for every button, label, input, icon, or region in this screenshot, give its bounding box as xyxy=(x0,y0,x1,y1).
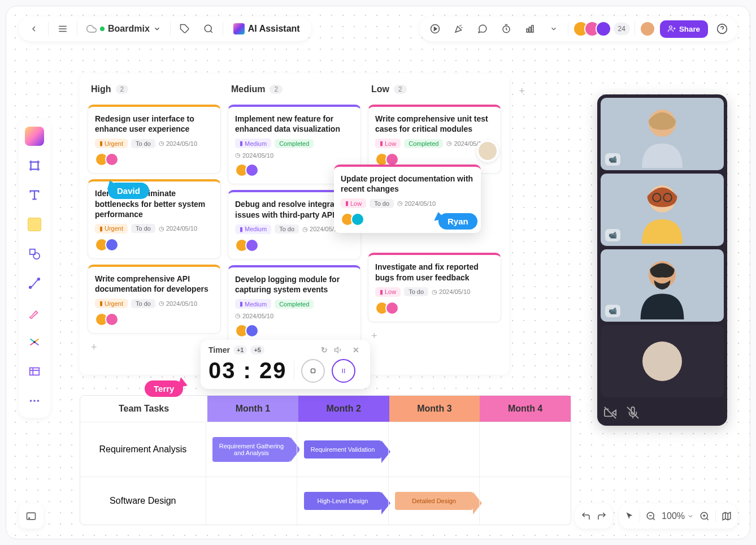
ai-logo-icon xyxy=(233,23,245,34)
mic-toggle[interactable] xyxy=(627,406,639,419)
collaborator-avatar xyxy=(476,140,499,162)
column-header[interactable]: High2 xyxy=(88,82,221,99)
gantt-bar[interactable]: High-Level Design xyxy=(304,492,381,510)
gantt-header-month: Month 4 xyxy=(480,396,571,422)
board-title-dropdown[interactable]: Boardmix xyxy=(82,24,166,34)
connector-tool[interactable] xyxy=(23,272,46,295)
svg-rect-44 xyxy=(27,513,36,520)
status-pill: To do xyxy=(131,139,155,148)
timer-sound-button[interactable] xyxy=(334,345,346,354)
board-title: Boardmix xyxy=(108,24,150,34)
more-tools-button[interactable] xyxy=(544,19,563,38)
camera-badge: 📹 xyxy=(605,153,620,166)
svg-point-21 xyxy=(33,253,40,259)
avatar xyxy=(596,21,611,37)
sync-status-dot xyxy=(100,27,105,31)
table-tool[interactable] xyxy=(23,360,46,383)
help-button[interactable] xyxy=(712,19,732,38)
video-tile[interactable]: 📹 xyxy=(601,98,724,170)
menu-button[interactable] xyxy=(53,19,72,38)
minimap-button[interactable] xyxy=(19,504,44,529)
more-tools[interactable] xyxy=(23,390,46,412)
present-button[interactable] xyxy=(425,19,445,38)
priority-pill: ▮ Urgent xyxy=(95,139,128,148)
svg-point-34 xyxy=(37,400,40,402)
task-card[interactable]: Write comprehensive unit test cases for … xyxy=(368,105,501,174)
cursor-david: David xyxy=(108,183,149,199)
task-card[interactable]: Investigate and fix reported bugs from u… xyxy=(368,253,501,322)
svg-point-33 xyxy=(33,400,36,402)
timer-plus1[interactable]: +1 xyxy=(233,345,247,354)
zoom-in-button[interactable] xyxy=(699,511,710,521)
avatar-circle xyxy=(642,341,682,381)
gantt-chart[interactable]: Team Tasks Month 1 Month 2 Month 3 Month… xyxy=(80,395,571,525)
gantt-bar[interactable]: Requirement Gathering and Analysis xyxy=(212,437,290,462)
svg-rect-29 xyxy=(30,368,40,375)
back-button[interactable] xyxy=(24,19,44,38)
pen-tool[interactable] xyxy=(23,301,46,324)
chevron-down-icon xyxy=(153,25,161,33)
svg-point-23 xyxy=(38,278,40,280)
topbar-right: 24 Share xyxy=(420,16,737,41)
mindmap-tool[interactable] xyxy=(23,331,46,353)
task-card[interactable]: Redesign user interface to enhance user … xyxy=(88,105,221,174)
timer-label: Timer xyxy=(208,345,230,354)
svg-marker-7 xyxy=(434,27,437,31)
task-card[interactable]: Develop logging module for capturing sys… xyxy=(228,265,361,345)
gantt-row[interactable]: Requirement Analysis Requirement Gatheri… xyxy=(80,422,571,477)
timer-close-button[interactable]: ✕ xyxy=(350,345,362,354)
logo-tool[interactable] xyxy=(23,125,46,148)
user-avatar[interactable] xyxy=(640,21,655,37)
redo-button[interactable] xyxy=(597,511,607,521)
gantt-row[interactable]: Software Design High-Level Design Detail… xyxy=(80,477,571,525)
comment-button[interactable] xyxy=(473,19,492,38)
cursor-mode[interactable] xyxy=(625,512,634,521)
svg-rect-9 xyxy=(527,29,528,32)
ai-assistant-button[interactable]: AI Assistant xyxy=(228,23,306,34)
topbar-left: Boardmix AI Assistant xyxy=(19,16,311,41)
map-view-button[interactable] xyxy=(722,511,732,521)
timer-button[interactable] xyxy=(497,19,516,38)
frame-tool[interactable] xyxy=(23,154,46,177)
share-button[interactable]: Share xyxy=(660,20,708,38)
camera-toggle[interactable] xyxy=(604,406,616,419)
tool-sidebar xyxy=(19,119,50,418)
celebrate-button[interactable] xyxy=(449,19,468,38)
svg-point-22 xyxy=(29,287,32,289)
gantt-header-tasks: Team Tasks xyxy=(80,396,207,422)
cursor-ryan: Ryan xyxy=(438,213,477,230)
gantt-bar[interactable]: Requirement Validation xyxy=(304,440,381,459)
sticky-icon xyxy=(28,218,41,231)
text-tool[interactable] xyxy=(23,184,46,206)
vote-button[interactable] xyxy=(520,19,540,38)
column-high[interactable]: High2 Redesign user interface to enhance… xyxy=(88,82,221,367)
shape-tool[interactable] xyxy=(23,243,46,265)
sticky-note-tool[interactable] xyxy=(23,213,46,236)
timer-pause-button[interactable] xyxy=(332,359,355,383)
share-icon xyxy=(668,25,676,33)
undo-button[interactable] xyxy=(581,511,591,521)
zoom-out-button[interactable] xyxy=(646,511,656,521)
timer-display: 03 : 29 xyxy=(208,358,287,383)
video-tile-off[interactable] xyxy=(601,325,724,397)
svg-line-52 xyxy=(706,518,708,520)
add-column-button[interactable]: + xyxy=(519,85,525,97)
participants[interactable]: 24 xyxy=(573,21,630,37)
video-tile[interactable]: 📹 xyxy=(601,249,724,322)
add-card-button[interactable]: + xyxy=(368,328,501,344)
person-icon xyxy=(628,100,696,168)
svg-line-5 xyxy=(210,31,212,32)
tag-button[interactable] xyxy=(175,19,194,38)
timer-plus5[interactable]: +5 xyxy=(250,345,264,354)
timer-stop-button[interactable] xyxy=(301,359,325,383)
timer-reset-button[interactable]: ↻ xyxy=(318,345,331,354)
video-call-panel[interactable]: 📹 📹 📹 xyxy=(597,94,727,426)
gantt-bar[interactable]: Detailed Design xyxy=(395,492,472,510)
zoom-level[interactable]: 100% xyxy=(662,511,694,521)
search-button[interactable] xyxy=(199,19,218,38)
timer-widget[interactable]: Timer +1 +5 ↻ ✕ 03 : 29 xyxy=(201,340,370,389)
video-tile[interactable]: 📹 xyxy=(601,174,724,246)
task-card[interactable]: Write comprehensive API documentation fo… xyxy=(88,265,221,334)
svg-point-45 xyxy=(29,518,30,519)
gantt-header-month: Month 3 xyxy=(389,396,480,422)
